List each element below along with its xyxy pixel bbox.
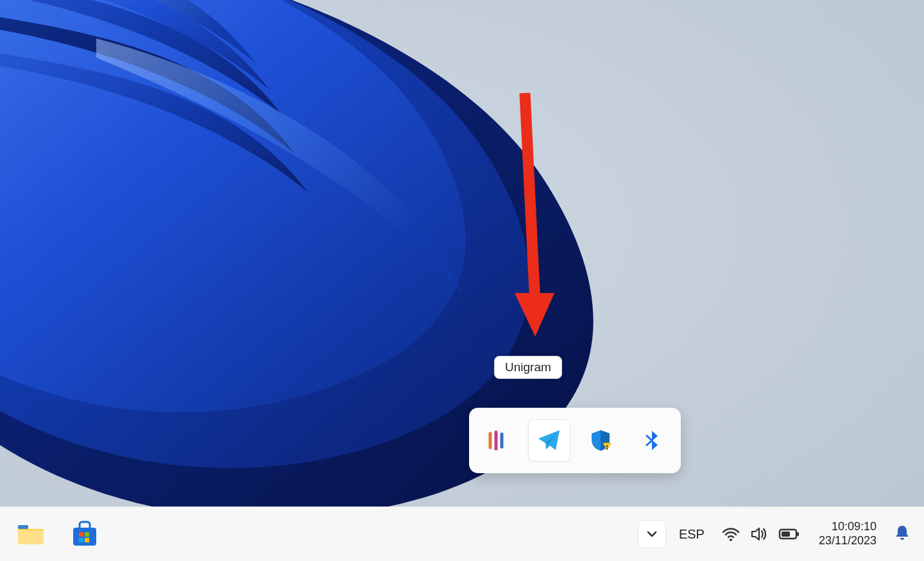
svg-rect-15 [797,532,799,536]
file-explorer-icon [15,519,46,549]
quick-settings[interactable] [717,524,805,544]
notifications-button[interactable] [891,524,916,544]
volume-icon[interactable] [749,524,769,544]
chevron-down-icon [646,528,658,540]
clock-time: 10:09:10 [832,520,877,534]
taskbar-system-area: ESP [638,520,924,548]
tray-tooltip-label: Unigram [505,360,551,374]
svg-rect-6 [18,530,44,544]
language-indicator[interactable]: ESP [674,527,710,542]
tray-unigram-icon[interactable] [528,419,570,462]
svg-rect-7 [18,525,28,529]
taskbar-microsoft-store[interactable] [67,516,103,552]
microsoft-store-icon [69,519,100,549]
svg-rect-16 [782,532,790,537]
tray-bluetooth-icon[interactable] [631,419,673,462]
tray-tooltip: Unigram [494,356,562,379]
language-label: ESP [679,527,705,541]
svg-point-13 [730,539,732,541]
taskbar-file-explorer[interactable] [13,516,49,552]
svg-rect-12 [85,538,89,542]
tray-chevron-button[interactable] [638,520,666,548]
svg-rect-10 [85,532,89,537]
bell-icon [893,524,911,542]
svg-rect-9 [79,532,83,537]
wallpaper [0,0,924,507]
svg-rect-5 [606,448,608,449]
clock[interactable]: 10:09:10 23/11/2023 [812,520,883,548]
taskbar[interactable]: ESP [0,507,924,561]
desktop[interactable]: Unigram [0,0,924,507]
tray-windows-security-icon[interactable] [579,419,622,462]
svg-rect-11 [79,538,83,542]
system-tray-flyout[interactable] [469,408,681,473]
battery-icon[interactable] [778,524,801,544]
taskbar-apps [0,516,103,552]
tray-app-generic-icon[interactable] [477,419,519,462]
clock-date: 23/11/2023 [819,534,877,548]
svg-rect-4 [606,445,608,448]
wifi-icon[interactable] [721,524,740,544]
